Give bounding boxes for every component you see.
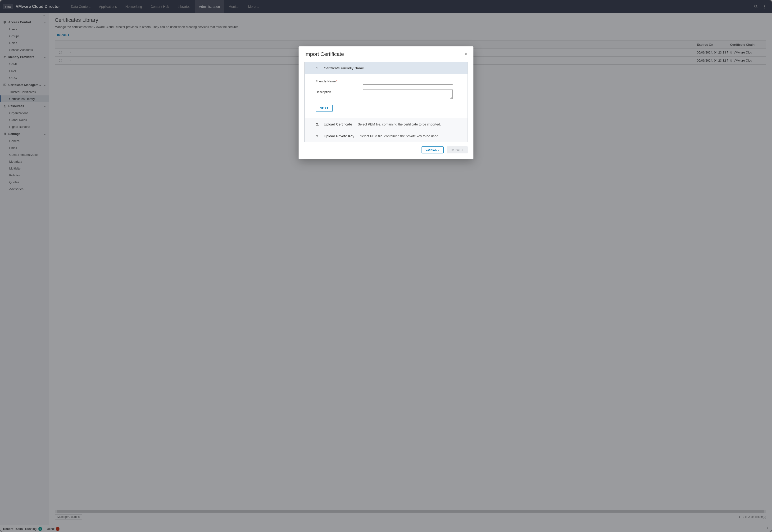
step-hint: Select PEM file, containing the certific… [358,122,441,126]
description-textarea[interactable] [363,89,453,99]
description-label: Description [316,89,363,94]
step-header[interactable]: 1. Certificate Friendly Name [305,62,467,74]
step-title: Upload Certificate [324,122,352,126]
import-certificate-modal: Import Certificate 1. Certificate Friend… [299,46,473,159]
wizard-steps: 1. Certificate Friendly Name Friendly Na… [304,62,468,142]
step-title: Certificate Friendly Name [324,66,364,70]
step-title: Upload Private Key [324,134,354,138]
import-button: IMPORT [447,146,468,153]
step-number: 2. [316,122,319,126]
chevron-down-icon [310,66,312,70]
step-upload-private-key[interactable]: 3. Upload Private Key Select PEM file, c… [305,130,467,142]
friendly-name-label: Friendly Name* [316,79,363,83]
cancel-button[interactable]: CANCEL [422,146,444,153]
step-number: 3. [316,134,319,138]
step-number: 1. [316,66,319,70]
step-upload-certificate[interactable]: 2. Upload Certificate Select PEM file, c… [305,118,467,130]
close-icon[interactable] [464,52,468,56]
step-friendly-name: 1. Certificate Friendly Name Friendly Na… [305,62,467,118]
step-hint: Select PEM file, containing the private … [360,134,439,138]
modal-backdrop[interactable]: Import Certificate 1. Certificate Friend… [0,0,772,532]
modal-title: Import Certificate [304,51,344,57]
next-button[interactable]: NEXT [316,105,333,112]
friendly-name-input[interactable] [363,79,453,85]
